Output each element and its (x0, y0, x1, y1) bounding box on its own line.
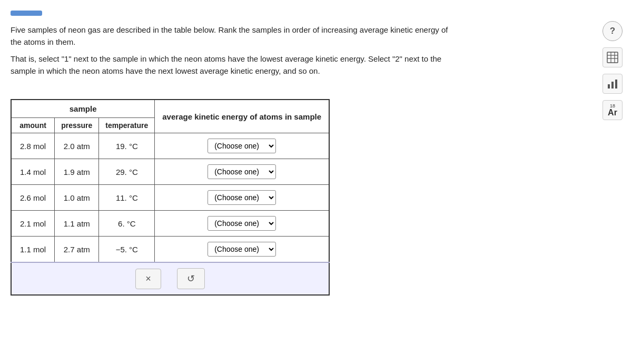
dropdown-cell-2[interactable]: (Choose one)12345 (155, 185, 329, 211)
sample-header: sample (11, 100, 155, 118)
amount-cell: 2.8 mol (11, 133, 55, 159)
amount-cell: 2.1 mol (11, 211, 55, 237)
ranking-select-0[interactable]: (Choose one)12345 (208, 139, 276, 153)
right-toolbar: ? 18 Ar (603, 21, 623, 120)
ar-symbol: Ar (608, 109, 617, 117)
pressure-cell: 1.0 atm (55, 185, 99, 211)
pressure-cell: 1.1 atm (55, 211, 99, 237)
chart-button[interactable] (603, 74, 623, 94)
main-table-container: sample average kinetic energy of atoms i… (11, 99, 330, 296)
amount-subheader: amount (11, 118, 55, 133)
temperature-subheader: temperature (99, 118, 155, 133)
temperature-cell: 29. °C (99, 159, 155, 185)
intro-line2: That is, select "1" next to the sample i… (11, 53, 590, 77)
table-row: 1.1 mol2.7 atm−5. °C(Choose one)12345 (11, 237, 329, 263)
pressure-cell: 1.9 atm (55, 159, 99, 185)
dropdown-cell-4[interactable]: (Choose one)12345 (155, 237, 329, 263)
table-row: 2.8 mol2.0 atm19. °C(Choose one)12345 (11, 133, 329, 159)
svg-rect-5 (608, 84, 610, 88)
table-row: 1.4 mol1.9 atm29. °C(Choose one)12345 (11, 159, 329, 185)
amount-cell: 1.1 mol (11, 237, 55, 263)
pressure-subheader: pressure (55, 118, 99, 133)
intro-line1: Five samples of neon gas are described i… (11, 24, 590, 48)
temperature-cell: −5. °C (99, 237, 155, 263)
temperature-cell: 6. °C (99, 211, 155, 237)
bar-chart-icon (607, 78, 618, 90)
table-row: 2.1 mol1.1 atm6. °C(Choose one)12345 (11, 211, 329, 237)
reset-button[interactable]: ↺ (177, 268, 205, 289)
ranking-select-2[interactable]: (Choose one)12345 (208, 190, 276, 205)
ranking-select-1[interactable]: (Choose one)12345 (208, 164, 276, 179)
dropdown-cell-3[interactable]: (Choose one)12345 (155, 211, 329, 237)
amount-cell: 1.4 mol (11, 159, 55, 185)
svg-rect-7 (615, 80, 617, 88)
pressure-cell: 2.0 atm (55, 133, 99, 159)
samples-table: sample average kinetic energy of atoms i… (11, 99, 330, 296)
help-button[interactable]: ? (603, 21, 623, 41)
temperature-cell: 11. °C (99, 185, 155, 211)
action-cell: ×↺ (11, 262, 329, 295)
pressure-cell: 2.7 atm (55, 237, 99, 263)
action-row: ×↺ (11, 262, 329, 295)
table-row: 2.6 mol1.0 atm11. °C(Choose one)12345 (11, 185, 329, 211)
avg-ke-header: average kinetic energy of atoms in sampl… (155, 100, 329, 133)
periodic-table-button[interactable]: 18 Ar (603, 100, 623, 120)
clear-button[interactable]: × (135, 269, 161, 289)
dropdown-cell-0[interactable]: (Choose one)12345 (155, 133, 329, 159)
ranking-select-4[interactable]: (Choose one)12345 (208, 242, 276, 257)
svg-rect-0 (607, 52, 618, 63)
temperature-cell: 19. °C (99, 133, 155, 159)
top-bar (11, 11, 42, 16)
amount-cell: 2.6 mol (11, 185, 55, 211)
intro-section: Five samples of neon gas are described i… (11, 24, 590, 77)
table-icon-button[interactable] (603, 47, 623, 67)
svg-rect-6 (611, 82, 614, 88)
ranking-select-3[interactable]: (Choose one)12345 (208, 216, 276, 231)
table-icon (607, 52, 618, 63)
dropdown-cell-1[interactable]: (Choose one)12345 (155, 159, 329, 185)
